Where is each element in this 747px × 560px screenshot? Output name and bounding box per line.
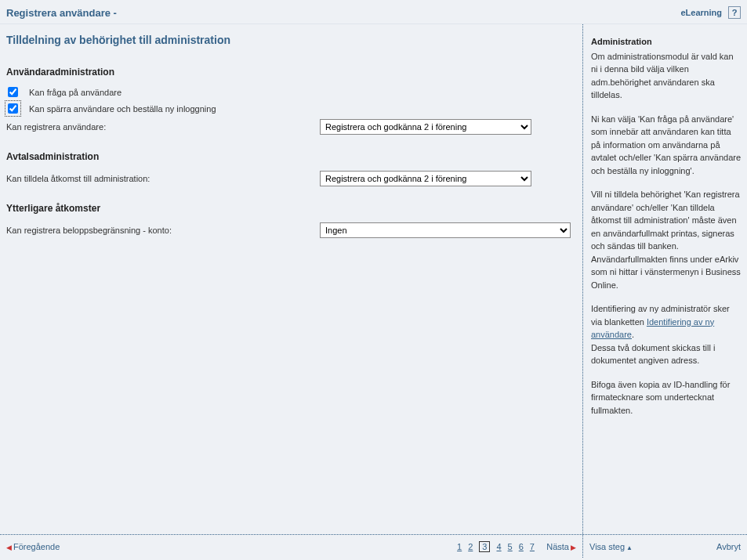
help-icon[interactable]: ? xyxy=(728,6,741,19)
checkbox-row-block-user: Kan spärra användare och beställa ny inl… xyxy=(6,100,575,117)
checkbox-row-query-user: Kan fråga på användare xyxy=(6,84,575,100)
header-title: Registrera användare - xyxy=(6,7,117,19)
side-paragraph: Om administrationsmodul är vald kan ni i… xyxy=(591,50,742,102)
field-label: Kan tilldela åtkomst till administration… xyxy=(6,174,320,183)
checkbox-query-user[interactable] xyxy=(8,87,18,97)
section-additional-access: Ytterligare åtkomster xyxy=(6,203,575,214)
elearning-link[interactable]: eLearning xyxy=(680,8,722,17)
header-right: eLearning ? xyxy=(680,6,741,19)
arrow-up-icon xyxy=(626,542,633,551)
side-paragraph: Ni kan välja 'Kan fråga på användare' so… xyxy=(591,113,742,178)
step-6[interactable]: 6 xyxy=(519,542,524,551)
arrow-right-icon xyxy=(571,542,576,551)
show-steps-button[interactable]: Visa steg xyxy=(589,542,633,551)
field-label: Kan registrera beloppsbegränsning - kont… xyxy=(6,226,320,235)
field-register-user: Kan registrera användare: Registrera och… xyxy=(6,117,575,137)
step-3[interactable]: 3 xyxy=(479,541,490,552)
checkbox-block-user[interactable] xyxy=(8,103,18,114)
step-4[interactable]: 4 xyxy=(496,542,501,551)
side-paragraph: Bifoga även kopia av ID-handling för fir… xyxy=(591,378,742,417)
select-assign-access[interactable]: Registrera och godkänna 2 i förening xyxy=(320,171,531,186)
header: Registrera användare - eLearning ? xyxy=(0,0,747,24)
checkbox-label: Kan spärra användare och beställa ny inl… xyxy=(29,104,216,114)
step-2[interactable]: 2 xyxy=(468,542,473,551)
footer-left: Föregående 1234567 Nästa xyxy=(0,535,582,558)
select-amount-limit[interactable]: Ingen xyxy=(320,222,571,238)
steps: 1234567 xyxy=(457,541,535,552)
prev-button[interactable]: Föregående xyxy=(6,542,60,551)
page-title: Tilldelning av behörighet till administr… xyxy=(6,34,575,46)
main-panel: Tilldelning av behörighet till administr… xyxy=(0,24,582,534)
field-label: Kan registrera användare: xyxy=(6,122,320,132)
field-assign-access: Kan tilldela åtkomst till administration… xyxy=(6,168,575,189)
step-5[interactable]: 5 xyxy=(508,542,513,551)
section-agreement-admin: Avtalsadministration xyxy=(6,151,575,162)
footer: Föregående 1234567 Nästa Visa steg Avbry… xyxy=(0,534,747,558)
cancel-button[interactable]: Avbryt xyxy=(716,542,741,551)
footer-right: Visa steg Avbryt xyxy=(582,535,747,558)
arrow-left-icon xyxy=(6,542,12,551)
checkbox-label: Kan fråga på användare xyxy=(29,88,121,97)
next-button[interactable]: Nästa xyxy=(546,542,576,551)
side-heading: Administration xyxy=(591,35,742,49)
field-amount-limit: Kan registrera beloppsbegränsning - kont… xyxy=(6,220,575,240)
select-register-user[interactable]: Registrera och godkänna 2 i förening xyxy=(320,119,531,135)
footer-center: 1234567 Nästa xyxy=(457,541,576,552)
section-user-admin: Användaradministration xyxy=(6,67,575,78)
step-1[interactable]: 1 xyxy=(457,542,462,551)
step-7[interactable]: 7 xyxy=(530,542,535,551)
side-paragraph: Identifiering av ny administratör sker v… xyxy=(591,302,742,367)
side-panel: Administration Om administrationsmodul ä… xyxy=(582,24,747,534)
side-paragraph: Vill ni tilldela behörighet 'Kan registr… xyxy=(591,188,742,291)
